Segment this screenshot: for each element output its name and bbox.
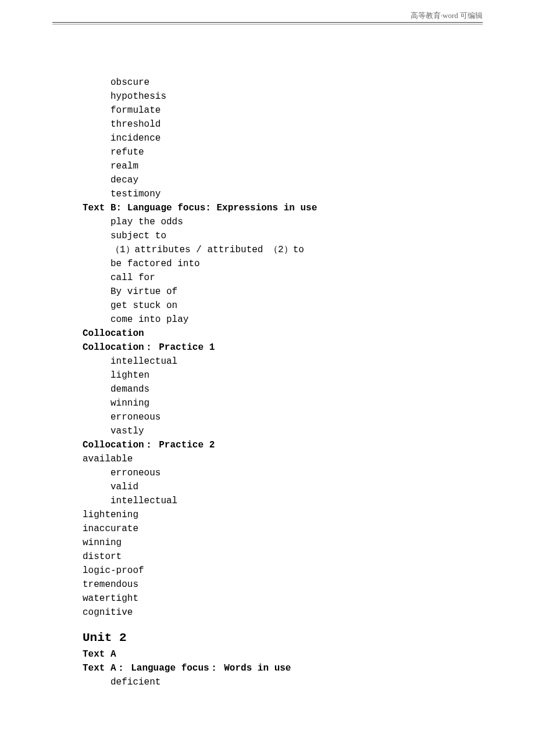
word-item: decay [83, 173, 535, 187]
collocation-item: tremendous [83, 578, 535, 592]
page: 高等教育·word 可编辑 obscure hypothesis formula… [0, 0, 535, 756]
collocation-item: demands [83, 382, 535, 396]
word-item: obscure [83, 76, 535, 89]
collocation-item: available [83, 452, 535, 466]
expression-item: subject to [83, 229, 535, 243]
word-item: formulate [83, 103, 535, 117]
word-item: refute [83, 145, 535, 159]
collocation-item: erroneous [83, 410, 535, 424]
expression-item: （1）attributes / attributed （2）to [83, 243, 535, 257]
word-item: incidence [83, 131, 535, 145]
subsection-heading: Text A： Language focus： Words in use [83, 661, 535, 675]
header-rule [52, 22, 483, 23]
collocation-item: intellectual [83, 354, 535, 368]
expression-item: play the odds [83, 215, 535, 229]
word-item: realm [83, 159, 535, 173]
collocation-item: erroneous [83, 466, 535, 480]
collocation-item: valid [83, 480, 535, 494]
collocation-item: distort [83, 550, 535, 564]
collocation-item: logic-proof [83, 564, 535, 578]
unit-heading: Unit 2 [83, 619, 535, 647]
collocation-item: watertight [83, 592, 535, 605]
word-item: hypothesis [83, 89, 535, 103]
collocation-item: inaccurate [83, 522, 535, 536]
word-item: threshold [83, 117, 535, 131]
document-content: obscure hypothesis formulate threshold i… [0, 24, 535, 689]
word-item: deficient [83, 675, 535, 689]
word-item: testimony [83, 187, 535, 201]
expression-item: call for [83, 271, 535, 285]
collocation-item: lighten [83, 368, 535, 382]
header-text: 高等教育·word 可编辑 [411, 11, 483, 20]
section-heading: Text B: Language focus: Expressions in u… [83, 201, 535, 215]
collocation-item: vastly [83, 424, 535, 438]
collocation-item: winning [83, 396, 535, 410]
subsection-heading: Collocation： Practice 1 [83, 341, 535, 354]
expression-item: By virtue of [83, 285, 535, 299]
collocation-item: winning [83, 536, 535, 550]
section-heading: Collocation [83, 327, 535, 341]
subsection-heading: Collocation： Practice 2 [83, 438, 535, 452]
collocation-item: lightening [83, 508, 535, 522]
collocation-item: cognitive [83, 605, 535, 619]
page-header: 高等教育·word 可编辑 [0, 10, 535, 22]
text-a-heading: Text A [83, 647, 535, 661]
expression-item: come into play [83, 313, 535, 327]
expression-item: be factored into [83, 257, 535, 271]
collocation-item: intellectual [83, 494, 535, 508]
expression-item: get stuck on [83, 299, 535, 313]
